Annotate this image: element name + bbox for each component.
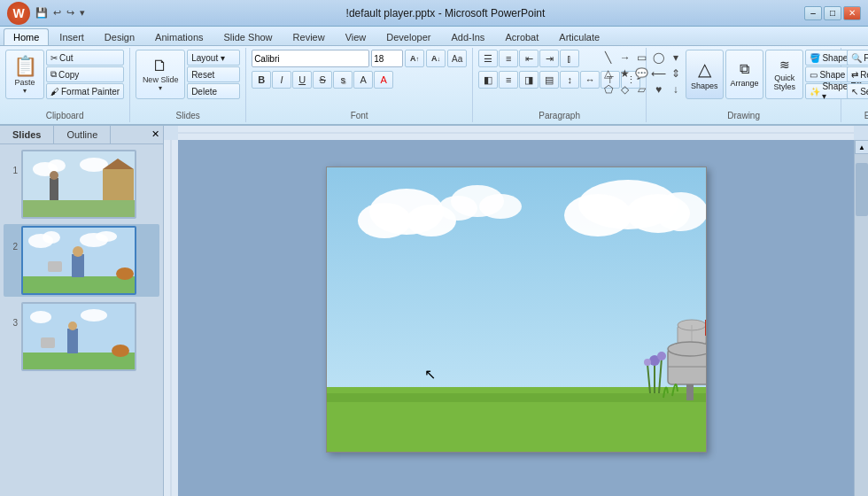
ribbon: 📋 Paste ▾ ✂ Cut ⧉ Copy 🖌 Format Painter <box>0 46 868 126</box>
shape-oval-btn[interactable]: ◯ <box>651 50 667 66</box>
canvas-with-ruler: ↖ ▲ ▼ <box>164 140 868 496</box>
svg-rect-25 <box>41 337 55 348</box>
copy-button[interactable]: ⧉ Copy <box>46 66 124 82</box>
panel-tab-slides[interactable]: Slides <box>0 126 54 143</box>
char-spacing-btn[interactable]: A <box>353 71 373 89</box>
paragraph-label: Paragraph <box>539 109 580 120</box>
find-button[interactable]: 🔍 Find <box>847 50 868 66</box>
para-row-1: ☰ ≡ ⇤ ⇥ ⫿ <box>478 50 579 67</box>
align-left-btn[interactable]: ◧ <box>478 71 498 89</box>
svg-point-35 <box>358 203 411 238</box>
tab-review[interactable]: Review <box>283 28 335 45</box>
svg-point-8 <box>50 171 58 180</box>
undo-qa-btn[interactable]: ↩ <box>51 6 63 19</box>
bullets-btn[interactable]: ☰ <box>478 50 498 67</box>
shape-callout-btn[interactable]: 💬 <box>634 66 650 81</box>
quick-styles-button[interactable]: ≋ Quick Styles <box>765 50 803 99</box>
shape-down-btn[interactable]: ↓ <box>668 81 684 97</box>
columns-btn[interactable]: ⫿ <box>560 50 579 67</box>
customize-qa-btn[interactable]: ▾ <box>78 6 87 19</box>
v-ruler-svg <box>164 140 178 496</box>
tab-animations[interactable]: Animations <box>145 28 213 45</box>
numbering-btn[interactable]: ≡ <box>499 50 518 67</box>
canvas-area: ↖ ▲ ▼ ◀ ▶ <box>164 126 868 496</box>
tab-slideshow[interactable]: Slide Show <box>214 28 283 45</box>
tab-articulate[interactable]: Articulate <box>549 28 609 45</box>
panel-tabs: Slides Outline ✕ <box>0 126 163 144</box>
slide-thumb-1[interactable]: 1 <box>4 148 159 221</box>
slide-thumb-2[interactable]: 2 <box>4 224 159 297</box>
shape-star-btn[interactable]: ★ <box>617 66 633 81</box>
shape-scroll-btn[interactable]: ⇕ <box>668 66 684 81</box>
copy-icon: ⧉ <box>50 69 57 80</box>
arrange-button[interactable]: ⧉ Arrange <box>725 50 763 99</box>
reset-button[interactable]: Reset <box>187 66 240 82</box>
replace-button[interactable]: ⇄ Replace <box>847 66 868 82</box>
decrease-font-btn[interactable]: A↓ <box>426 50 446 67</box>
shape-line-btn[interactable]: ╲ <box>601 50 616 66</box>
shape-pentagon-btn[interactable]: ⬠ <box>601 81 616 97</box>
scrollbar-v-track[interactable] <box>855 154 868 496</box>
clear-format-btn[interactable]: Aa <box>447 50 467 67</box>
tab-home[interactable]: Home <box>4 28 49 45</box>
svg-point-85 <box>657 352 666 360</box>
line-spacing-btn[interactable]: ↕ <box>560 71 579 89</box>
shape-triangle-btn[interactable]: △ <box>601 66 616 81</box>
align-center-btn[interactable]: ≡ <box>499 71 518 89</box>
save-qa-btn[interactable]: 💾 <box>34 6 50 19</box>
decrease-indent-btn[interactable]: ⇤ <box>519 50 539 67</box>
shape-parallelogram-btn[interactable]: ▱ <box>634 81 650 97</box>
tab-acrobat[interactable]: Acrobat <box>495 28 548 45</box>
format-painter-button[interactable]: 🖌 Format Painter <box>46 83 124 99</box>
justify-btn[interactable]: ▤ <box>539 71 559 89</box>
shape-more-btn[interactable]: ▾ <box>668 50 684 66</box>
panel-close-btn[interactable]: ✕ <box>148 126 163 143</box>
tab-view[interactable]: View <box>336 28 376 45</box>
slide-3-svg <box>23 304 136 371</box>
shape-rect-btn[interactable]: ▭ <box>634 50 650 66</box>
tab-developer[interactable]: Developer <box>376 28 440 45</box>
cut-button[interactable]: ✂ Cut <box>46 50 124 66</box>
bold-btn[interactable]: B <box>252 71 271 89</box>
slide-thumb-3[interactable]: 3 <box>4 300 159 373</box>
svg-point-16 <box>73 246 83 257</box>
shape-arrow-btn[interactable]: → <box>617 50 633 66</box>
tab-addins[interactable]: Add-Ins <box>441 28 494 45</box>
maximize-button[interactable]: □ <box>824 6 841 20</box>
svg-point-38 <box>438 196 477 221</box>
slide-num-2: 2 <box>5 226 18 252</box>
font-name-input[interactable] <box>252 50 369 67</box>
new-slide-button[interactable]: 🗋 New Slide ▾ <box>136 50 185 99</box>
underline-btn[interactable]: U <box>292 71 312 89</box>
panel-tab-outline[interactable]: Outline <box>54 126 111 143</box>
office-button[interactable]: W <box>7 2 30 25</box>
replace-icon: ⇄ <box>851 70 858 80</box>
scrollbar-v-up-arrow[interactable]: ▲ <box>855 140 868 154</box>
vertical-scrollbar[interactable]: ▲ ▼ <box>854 140 868 496</box>
shape-heart-btn[interactable]: ♥ <box>651 81 667 97</box>
tab-insert[interactable]: Insert <box>50 28 94 45</box>
minimize-button[interactable]: – <box>804 6 822 20</box>
tab-design[interactable]: Design <box>95 28 144 45</box>
redo-qa-btn[interactable]: ↪ <box>65 6 76 19</box>
svg-rect-17 <box>48 261 62 272</box>
font-size-input[interactable] <box>371 50 403 67</box>
shape-diamond-btn[interactable]: ◇ <box>617 81 633 97</box>
select-button[interactable]: ↖ Select ▾ <box>847 83 868 99</box>
paste-button[interactable]: 📋 Paste ▾ <box>5 50 44 99</box>
layout-button[interactable]: Layout ▾ <box>187 50 240 66</box>
text-dir-btn[interactable]: ↔ <box>580 71 600 89</box>
strikethrough-btn[interactable]: S <box>313 71 332 89</box>
shadow-btn[interactable]: s <box>333 71 353 89</box>
increase-indent-btn[interactable]: ⇥ <box>539 50 559 67</box>
shape-connector-btn[interactable]: ⟵ <box>651 66 667 81</box>
increase-font-btn[interactable]: A↑ <box>405 50 424 67</box>
ribbon-tabs: Home Insert Design Animations Slide Show… <box>0 27 868 46</box>
shapes-button[interactable]: △ Shapes <box>686 50 724 99</box>
scrollbar-v-thumb[interactable] <box>856 163 868 216</box>
close-button[interactable]: ✕ <box>843 6 861 20</box>
font-color-btn[interactable]: A <box>374 71 393 89</box>
delete-button[interactable]: Delete <box>187 83 240 99</box>
align-right-btn[interactable]: ◨ <box>519 71 539 89</box>
italic-btn[interactable]: I <box>272 71 291 89</box>
